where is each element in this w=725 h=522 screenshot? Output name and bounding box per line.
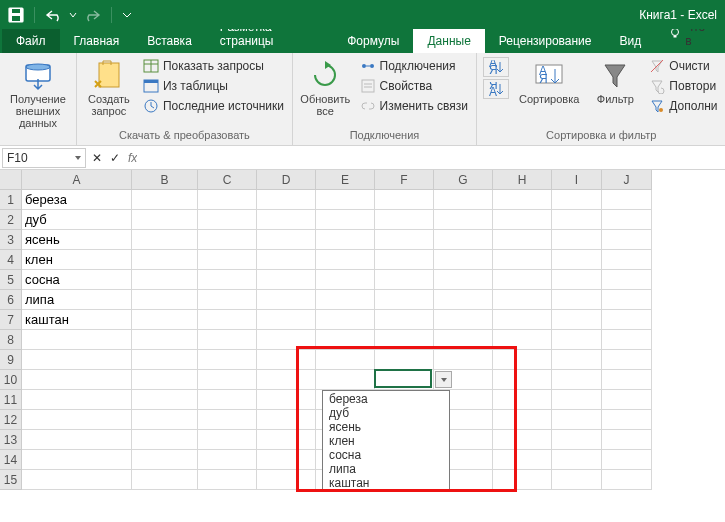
tab-formulas[interactable]: Формулы [333,29,413,53]
cell[interactable] [434,190,493,210]
cell[interactable] [257,250,316,270]
formula-input[interactable] [137,148,725,168]
cell[interactable] [316,350,375,370]
cell[interactable] [257,190,316,210]
cell[interactable] [198,370,257,390]
dropdown-item[interactable]: ясень [323,420,449,434]
sort-asc-button[interactable]: AЯ [483,57,509,77]
cell[interactable]: сосна [22,270,132,290]
cell[interactable] [257,350,316,370]
cell[interactable] [132,250,198,270]
cell[interactable] [375,250,434,270]
row-header[interactable]: 7 [0,310,22,330]
redo-icon[interactable] [83,8,101,22]
cell[interactable] [552,250,602,270]
cell[interactable] [493,310,552,330]
cell[interactable] [257,330,316,350]
row-header[interactable]: 11 [0,390,22,410]
dropdown-list[interactable]: березадубясенькленсосналипакаштан [322,390,450,492]
cell[interactable] [552,390,602,410]
column-header[interactable]: F [375,170,434,190]
row-header[interactable]: 14 [0,450,22,470]
row-header[interactable]: 12 [0,410,22,430]
column-header[interactable]: D [257,170,316,190]
row-header[interactable]: 5 [0,270,22,290]
cell[interactable] [198,410,257,430]
cell[interactable] [22,350,132,370]
cell[interactable] [434,230,493,250]
cell[interactable] [257,430,316,450]
cell[interactable] [257,370,316,390]
cell[interactable] [132,330,198,350]
cell[interactable] [552,370,602,390]
cell[interactable] [198,470,257,490]
column-header[interactable]: I [552,170,602,190]
cell[interactable] [493,290,552,310]
cell[interactable] [198,450,257,470]
cell[interactable] [132,410,198,430]
cell[interactable] [316,370,375,390]
cell[interactable] [493,470,552,490]
sort-button[interactable]: AЯ Сортировка [515,57,583,107]
recent-sources-button[interactable]: Последние источники [141,97,286,115]
cell[interactable] [552,310,602,330]
row-header[interactable]: 9 [0,350,22,370]
cell[interactable] [198,210,257,230]
cell[interactable] [434,330,493,350]
cell[interactable] [198,190,257,210]
tab-review[interactable]: Рецензирование [485,29,606,53]
fx-icon[interactable]: fx [128,151,137,165]
dropdown-item[interactable]: дуб [323,406,449,420]
cell[interactable] [602,430,652,450]
cell[interactable] [602,410,652,430]
cell[interactable] [434,290,493,310]
cell[interactable] [552,290,602,310]
row-header[interactable]: 2 [0,210,22,230]
cell[interactable] [375,350,434,370]
cell[interactable] [375,290,434,310]
row-header[interactable]: 15 [0,470,22,490]
cell[interactable] [257,450,316,470]
cell[interactable] [198,310,257,330]
cell[interactable] [493,410,552,430]
cell[interactable] [22,470,132,490]
column-header[interactable]: H [493,170,552,190]
dropdown-item[interactable]: липа [323,462,449,476]
cell[interactable] [198,250,257,270]
cell[interactable]: клен [22,250,132,270]
row-header[interactable]: 10 [0,370,22,390]
row-header[interactable]: 8 [0,330,22,350]
show-queries-button[interactable]: Показать запросы [141,57,286,75]
cell[interactable] [434,270,493,290]
cell[interactable] [132,450,198,470]
cell[interactable] [257,470,316,490]
cell[interactable] [198,430,257,450]
column-header[interactable]: B [132,170,198,190]
cell[interactable] [316,310,375,330]
row-header[interactable]: 6 [0,290,22,310]
cell[interactable] [552,430,602,450]
select-all-corner[interactable] [0,170,22,190]
tab-data[interactable]: Данные [413,29,484,53]
cell[interactable] [552,190,602,210]
cell[interactable] [493,330,552,350]
cell[interactable] [257,210,316,230]
from-table-button[interactable]: Из таблицы [141,77,286,95]
cell[interactable] [316,230,375,250]
row-header[interactable]: 1 [0,190,22,210]
cell[interactable] [316,330,375,350]
qat-customize-icon[interactable] [122,10,132,20]
cell[interactable] [602,370,652,390]
cell[interactable] [132,290,198,310]
cell[interactable] [434,250,493,270]
cell[interactable] [132,350,198,370]
tab-file[interactable]: Файл [2,29,60,53]
sort-desc-button[interactable]: ЯA [483,79,509,99]
cell[interactable] [602,330,652,350]
cell[interactable] [493,350,552,370]
cell[interactable] [198,270,257,290]
cell[interactable] [22,330,132,350]
cell[interactable] [257,410,316,430]
dropdown-item[interactable]: каштан [323,476,449,490]
cell[interactable] [602,470,652,490]
